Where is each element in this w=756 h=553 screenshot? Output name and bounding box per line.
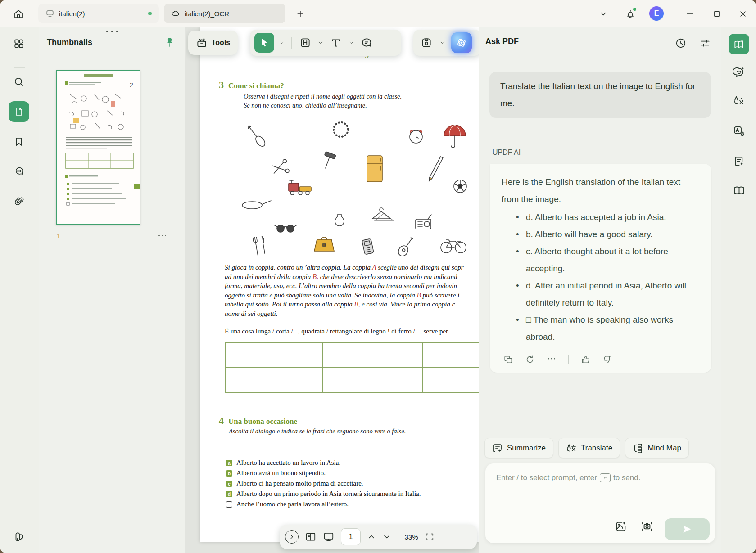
thumbs-up-button[interactable]: [581, 355, 591, 364]
sidebar-item-attachments[interactable]: [9, 191, 29, 211]
notifications-button[interactable]: [624, 7, 637, 21]
fit-page-button[interactable]: [425, 532, 435, 542]
tools-button[interactable]: Tools: [188, 31, 238, 55]
pin-button[interactable]: [164, 37, 175, 49]
text-tool-dropdown[interactable]: [347, 40, 355, 46]
avatar[interactable]: E: [649, 6, 664, 21]
page-thumbnail[interactable]: 2: [56, 70, 140, 225]
rail-item-translate[interactable]: [729, 90, 749, 111]
input-placeholder: Enter / to select prompt, enter to send.: [496, 473, 640, 482]
rail-item-reader[interactable]: [729, 180, 749, 201]
sidebar-item-appearance[interactable]: [9, 526, 29, 547]
save-button[interactable]: [419, 34, 434, 52]
chevron-down-icon: [348, 40, 354, 46]
sidebar-item-comments[interactable]: [9, 161, 29, 181]
sidebar-divider: [14, 67, 25, 68]
page-navigation-bar: 1 33%: [280, 525, 477, 549]
table-cell: [423, 343, 479, 368]
ai-assistant-button[interactable]: [451, 32, 472, 53]
home-button[interactable]: [11, 6, 26, 22]
chat-input[interactable]: Enter / to select prompt, enter to send.: [485, 463, 715, 543]
chat-settings-button[interactable]: [698, 36, 712, 50]
tab-label: italien(2)_OCR: [185, 10, 229, 18]
ai-bullet: d. Alberto has accepted a job in Asia.: [516, 209, 700, 226]
copy-icon: [503, 355, 513, 364]
rail-item-ask-pdf[interactable]: [729, 34, 749, 54]
send-button[interactable]: [665, 518, 710, 540]
cloud-icon: [171, 9, 180, 18]
page-illustration: [226, 115, 476, 259]
save-dropdown[interactable]: [439, 40, 447, 46]
empty-checkbox: [226, 501, 232, 508]
section-number: 4: [219, 415, 224, 427]
text-tool-button[interactable]: [328, 34, 344, 52]
table-cell: [423, 368, 479, 392]
rail-item-ai-chat[interactable]: [729, 62, 749, 82]
minimize-icon: [685, 9, 694, 18]
page-number-input[interactable]: 1: [341, 528, 361, 545]
sidebar-item-search[interactable]: [9, 72, 29, 92]
paragraph-line: tabella qui sotto. Poi il turno passa al…: [225, 300, 479, 309]
select-tool-dropdown[interactable]: [278, 40, 286, 46]
add-image-button[interactable]: [614, 520, 628, 533]
answers-table: [225, 342, 479, 393]
checklist-item: Anche l’uomo che parla lavora all’estero…: [226, 500, 349, 508]
select-tool-button[interactable]: [254, 33, 274, 53]
regenerate-button[interactable]: [525, 355, 535, 364]
minimize-button[interactable]: [683, 7, 697, 21]
translate-button[interactable]: Translate: [558, 438, 620, 458]
thumbnail-page-number: 2: [130, 81, 133, 89]
sidebar-item-bookmarks[interactable]: [9, 131, 29, 152]
tabs-dropdown-button[interactable]: [597, 7, 610, 21]
ai-sender-label: UPDF AI: [493, 148, 521, 157]
sidebar-item-thumbnails[interactable]: [9, 101, 29, 122]
sliders-icon: [699, 37, 711, 49]
search-icon: [13, 76, 25, 88]
maximize-button[interactable]: [710, 7, 724, 21]
boxed-translate-icon: [733, 125, 745, 137]
reading-mode-button[interactable]: [305, 531, 317, 543]
checklist-item: b Alberto avrà un buono stipendio.: [226, 469, 326, 477]
sidebar-item-apps[interactable]: [9, 33, 29, 54]
screenshot-button[interactable]: [640, 520, 654, 533]
thumbnail-more-button[interactable]: [158, 235, 166, 236]
pdf-viewport[interactable]: made in italy 3 Come si chiama? Osserva …: [186, 27, 479, 553]
pin-icon: [164, 37, 175, 48]
save-icon: [421, 37, 432, 49]
chevron-down-icon: [599, 9, 608, 18]
summarize-button[interactable]: Summarize: [484, 438, 553, 458]
save-toolbar: [413, 30, 479, 56]
ai-intro-text: Here is the English translation of the I…: [502, 174, 700, 208]
quick-action-label: Translate: [581, 444, 612, 453]
thumbs-down-button[interactable]: [602, 355, 612, 364]
copy-button[interactable]: [503, 355, 513, 364]
tab-italien2[interactable]: italien(2): [38, 4, 159, 23]
quick-action-label: Mind Map: [647, 444, 681, 453]
heading-tool-button[interactable]: [298, 34, 313, 52]
heading-tool-dropdown[interactable]: [317, 40, 325, 46]
next-page-button[interactable]: [382, 532, 391, 541]
chat-history-button[interactable]: [674, 36, 688, 50]
previous-page-button[interactable]: [367, 532, 376, 541]
panel-drag-handle[interactable]: [106, 31, 118, 32]
more-options-button[interactable]: [547, 354, 557, 365]
mind-map-button[interactable]: Mind Map: [625, 438, 689, 458]
bell-icon: [625, 9, 636, 19]
presentation-button[interactable]: [323, 531, 335, 543]
ai-response-card: Here is the English translation of the I…: [490, 164, 711, 373]
rail-item-translate-page[interactable]: [729, 121, 749, 141]
page-icon: [14, 106, 24, 117]
titlebar: italien(2) italien(2)_OCR E: [0, 0, 756, 27]
new-tab-button[interactable]: [294, 7, 307, 21]
translate-a-icon: [733, 94, 745, 107]
comment-search-icon: [361, 37, 372, 49]
expand-bar-button[interactable]: [285, 530, 299, 544]
left-sidebar: [0, 27, 39, 553]
rail-item-summarize[interactable]: [729, 151, 749, 171]
paragraph-line: forma, materiale, uso, ecc. L’altro memb…: [225, 281, 479, 291]
app-window: italien(2) italien(2)_OCR E: [0, 0, 756, 553]
close-button[interactable]: [736, 7, 750, 21]
zoom-level[interactable]: 33%: [405, 533, 418, 541]
tab-italien2-ocr[interactable]: italien(2)_OCR: [164, 4, 285, 23]
comment-tool-button[interactable]: [359, 34, 374, 52]
